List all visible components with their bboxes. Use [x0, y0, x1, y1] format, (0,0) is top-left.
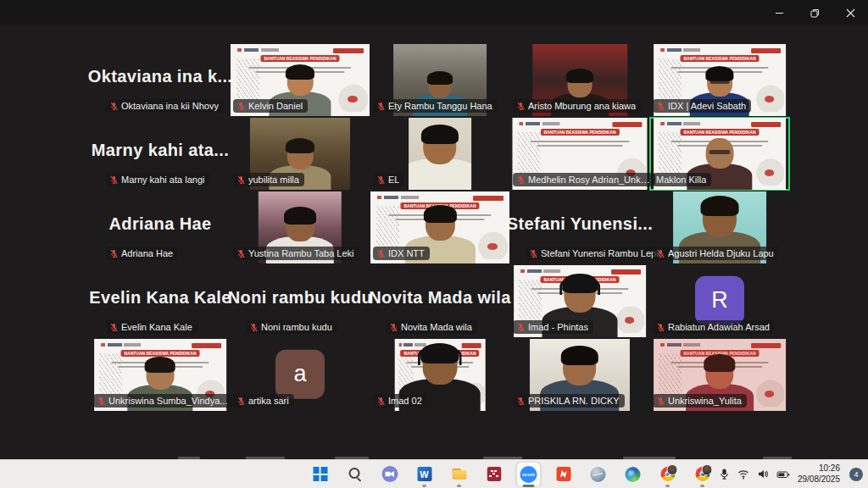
- participant-name-chip: Ety Rambu Tanggu Hana: [373, 99, 498, 113]
- start-glyph: [313, 467, 327, 481]
- muted-mic-icon: [656, 396, 665, 406]
- participant-tile[interactable]: Agustri Helda Djuku Lapu: [650, 191, 789, 263]
- participant-name-chip: Unkriswina Sumba_Vindya...: [93, 394, 232, 408]
- participant-tile[interactable]: Noni rambu kuduNoni rambu kudu: [231, 265, 370, 337]
- slide-banner: BANTUAN BEASISWA PENDIDIKAN: [540, 129, 619, 136]
- start-button-icon[interactable]: [309, 463, 332, 486]
- globe-glyph: [591, 467, 606, 482]
- red-app-icon[interactable]: [482, 463, 506, 486]
- participant-name: Rabiatun Adawiah Arsad: [668, 322, 770, 332]
- participant-tile[interactable]: BANTUAN BEASISWA PENDIDIKANIDX | Adevi S…: [650, 44, 789, 116]
- zoom-glyph: zoom: [520, 466, 537, 483]
- volume-icon[interactable]: [757, 469, 769, 480]
- redapp-glyph: [487, 467, 501, 481]
- participant-name: Unkriswina_Yulita: [668, 396, 742, 406]
- notification-badge[interactable]: 4: [849, 468, 863, 481]
- search-button-icon[interactable]: [343, 463, 367, 486]
- slide-banner: BANTUAN BEASISWA PENDIDIKAN: [680, 350, 759, 357]
- participant-tile[interactable]: Ety Rambu Tanggu Hana: [370, 44, 509, 116]
- participant-name-chip: Oktaviana ina kii Nhovy: [106, 99, 224, 113]
- participant-tile[interactable]: BANTUAN BEASISWA PENDIDIKANUnkriswina Su…: [91, 339, 230, 411]
- participant-name-chip: yubilita milla: [233, 173, 304, 186]
- participant-name: Agustri Helda Djuku Lapu: [668, 248, 774, 258]
- participant-display-name: Marny kahi ata...: [92, 141, 229, 160]
- participant-tile[interactable]: BANTUAN BEASISWA PENDIDIKANKelvin Daniel: [231, 44, 370, 116]
- participant-name: Imad 02: [388, 396, 422, 406]
- muted-mic-icon: [516, 323, 526, 332]
- pdfapp-glyph: [556, 467, 570, 481]
- microphone-icon[interactable]: [719, 469, 730, 480]
- participant-tile[interactable]: Aristo Mburung ana kiawa: [510, 44, 649, 116]
- participant-display-name: Evelin Kana Kale: [89, 288, 231, 308]
- window-controls: [761, 0, 868, 25]
- participant-tile[interactable]: Yustina Rambu Taba Leki: [231, 191, 370, 263]
- participant-name: PRISKILA RN. DICKY: [528, 396, 620, 406]
- zoom-app-icon[interactable]: zoom: [517, 463, 541, 486]
- wifi-icon[interactable]: [737, 469, 749, 480]
- participant-tile[interactable]: Oktaviana ina k...Oktaviana ina kii Nhov…: [91, 44, 230, 116]
- participant-tile[interactable]: aartika sari: [231, 339, 370, 411]
- participant-tile[interactable]: BANTUAN BEASISWA PENDIDIKANMaklon Killa: [650, 118, 789, 190]
- participant-display-name: Adriana Hae: [108, 214, 211, 234]
- participant-name-chip: Marny kahi ata langi: [106, 173, 209, 186]
- participant-tile[interactable]: BANTUAN BEASISWA PENDIDIKANMedhelin Rosy…: [510, 118, 649, 190]
- muted-mic-icon: [656, 323, 665, 332]
- muted-mic-icon: [656, 249, 665, 258]
- chevron-up-icon[interactable]: [701, 469, 711, 480]
- titlebar: [0, 0, 868, 25]
- close-button[interactable]: [832, 0, 868, 25]
- participant-tile[interactable]: Stefani Yunensi...Stefani Yunensi Rambu …: [510, 191, 649, 263]
- minimize-button[interactable]: [761, 0, 797, 25]
- muted-mic-icon: [376, 102, 386, 111]
- file-explorer-icon[interactable]: [448, 463, 471, 486]
- participant-name-chip: Noni rambu kudu: [246, 320, 337, 334]
- participant-name-chip: Kelvin Daniel: [233, 99, 308, 113]
- muted-mic-icon: [109, 249, 119, 258]
- participant-name: Imad - Phintas: [528, 322, 588, 332]
- participant-name-chip: IDX | Adevi Sabath: [653, 99, 751, 113]
- tray-time: 10:26: [798, 463, 840, 474]
- globe-app-icon[interactable]: [587, 463, 610, 486]
- participant-tile[interactable]: BANTUAN BEASISWA PENDIDIKANIDX NTT: [370, 191, 509, 263]
- participant-name: Noni rambu kudu: [261, 322, 332, 332]
- participant-display-name: Stefani Yunensi...: [507, 214, 653, 234]
- muted-mic-icon: [236, 175, 246, 185]
- avatar: R: [695, 275, 744, 324]
- participant-name-chip: artika sari: [233, 394, 294, 408]
- chrome-glyph: [660, 467, 675, 481]
- search-glyph: [348, 467, 362, 481]
- battery-icon[interactable]: [776, 469, 790, 480]
- participant-name: Marny kahi ata langi: [121, 175, 204, 185]
- word-app-icon[interactable]: [413, 463, 437, 486]
- folder-glyph: [452, 467, 466, 481]
- edge-browser-icon[interactable]: [621, 463, 645, 486]
- taskbar: zoom 10:26 29/08/2025 4: [0, 459, 868, 488]
- participant-tile[interactable]: yubilita milla: [231, 118, 370, 190]
- participant-name-chip: Novita Mada wila: [386, 320, 477, 334]
- participant-tile[interactable]: EL: [370, 118, 509, 190]
- chat-app-icon[interactable]: [378, 463, 402, 486]
- restore-button[interactable]: [797, 0, 832, 25]
- minimize-icon: [775, 8, 784, 18]
- muted-mic-icon: [236, 396, 246, 406]
- participant-name: Adriana Hae: [121, 248, 173, 258]
- participant-tile[interactable]: BANTUAN BEASISWA PENDIDIKANImad 02: [370, 339, 509, 411]
- participant-display-name: Novita Mada wila: [369, 288, 511, 308]
- participant-tile[interactable]: Evelin Kana KaleEvelin Kana Kale: [91, 265, 230, 337]
- participant-tile[interactable]: PRISKILA RN. DICKY: [510, 339, 649, 411]
- participant-tile[interactable]: Marny kahi ata...Marny kahi ata langi: [91, 118, 230, 190]
- chrome-profile-1-icon[interactable]: [656, 463, 680, 486]
- participant-name: Maklon Killa: [656, 175, 706, 185]
- pdf-app-icon[interactable]: [552, 463, 576, 486]
- participant-name-chip: EL: [373, 173, 404, 186]
- participant-tile[interactable]: Adriana HaeAdriana Hae: [91, 191, 230, 263]
- clock[interactable]: 10:26 29/08/2025: [798, 463, 840, 485]
- participant-tile[interactable]: RRabiatun Adawiah Arsad: [650, 265, 789, 337]
- participant-name: Kelvin Daniel: [248, 101, 303, 111]
- muted-mic-icon: [236, 249, 246, 258]
- participant-name-chip: Stefani Yunensi Rambu Lepir: [526, 247, 666, 260]
- participant-tile[interactable]: Novita Mada wilaNovita Mada wila: [370, 265, 509, 337]
- participant-name-chip: Adriana Hae: [106, 247, 178, 260]
- participant-tile[interactable]: BANTUAN BEASISWA PENDIDIKANImad - Phinta…: [510, 265, 649, 337]
- participant-tile[interactable]: BANTUAN BEASISWA PENDIDIKANUnkriswina_Yu…: [650, 339, 789, 411]
